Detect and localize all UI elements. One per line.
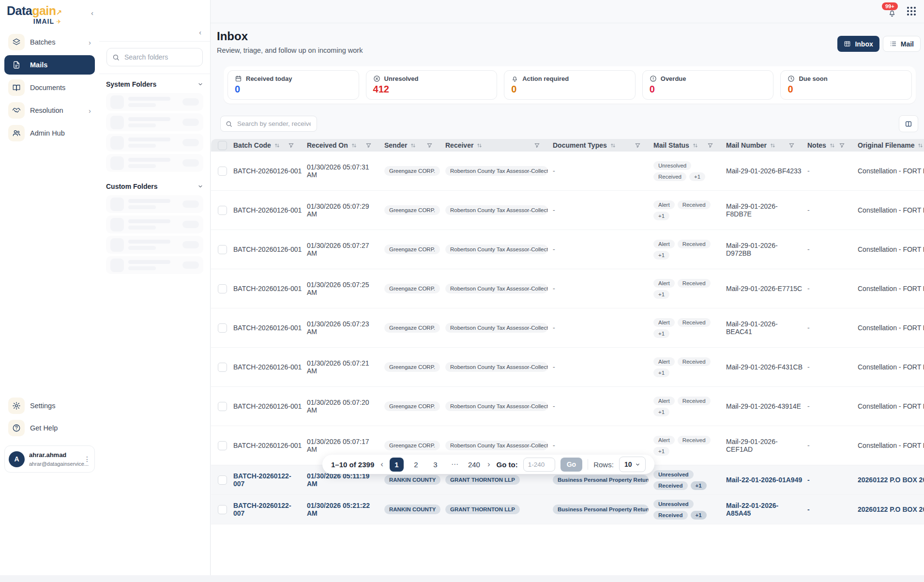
- select-all-checkbox[interactable]: [218, 141, 227, 150]
- row-checkbox[interactable]: [218, 505, 227, 514]
- user-card[interactable]: A ahrar.ahmad ahrar@datagainservice... ⋮: [4, 445, 95, 473]
- receiver-tag: Robertson County Tax Assessor-Collector: [445, 284, 548, 293]
- mail-status-cell: AlertReceived+1: [653, 357, 726, 377]
- column-header-batch-code[interactable]: Batch Code: [233, 141, 307, 149]
- view-toggle: Inbox Mail: [837, 36, 921, 52]
- row-checkbox[interactable]: [218, 245, 227, 254]
- page-title: Inbox: [217, 30, 363, 43]
- chevron-right-icon[interactable]: ›: [486, 459, 491, 469]
- chevron-left-icon[interactable]: ‹: [379, 459, 384, 469]
- status-pill: +1: [653, 251, 669, 260]
- row-checkbox[interactable]: [218, 323, 227, 333]
- rows-value: 10: [624, 460, 632, 468]
- page-button-2[interactable]: 2: [409, 458, 423, 472]
- column-header-received-on[interactable]: Received On: [307, 141, 384, 149]
- sidebar-item-mails[interactable]: Mails: [4, 55, 95, 75]
- received-on-cell: 01/30/2026 05:07:17 AM: [307, 438, 384, 453]
- sidebar-item-resolution[interactable]: Resolution ›: [4, 101, 95, 120]
- column-header-notes[interactable]: Notes: [807, 141, 858, 149]
- stat-label: Due soon: [799, 75, 827, 82]
- received-on-cell: 01/30/2026 05:07:25 AM: [307, 281, 384, 296]
- column-header-original-filename[interactable]: Original Filename: [858, 141, 924, 149]
- table-row[interactable]: BATCH-20260126-00101/30/2026 05:07:23 AM…: [211, 308, 924, 348]
- table-row[interactable]: BATCH-20260126-00101/30/2026 05:07:25 AM…: [211, 269, 924, 308]
- table-search[interactable]: [220, 116, 317, 132]
- original-filename-cell: Constellation - FORT BEND: [858, 245, 924, 253]
- column-header-mail-number[interactable]: Mail Number: [726, 141, 807, 149]
- notes-cell: -: [807, 442, 810, 449]
- sidebar-item-get-help[interactable]: Get Help: [4, 418, 95, 438]
- sidebar-collapse-icon[interactable]: ‹: [91, 9, 93, 17]
- goto-page-input[interactable]: [523, 458, 555, 472]
- row-checkbox[interactable]: [218, 284, 227, 293]
- receiver-cell: Robertson County Tax Assessor-Collector: [445, 362, 553, 372]
- column-label: Batch Code: [233, 141, 271, 149]
- column-label: Received On: [307, 141, 348, 149]
- table-row[interactable]: BATCH-20260126-00101/30/2026 05:07:20 AM…: [211, 387, 924, 426]
- folder-search[interactable]: [106, 48, 203, 66]
- table-row[interactable]: BATCH-20260126-00101/30/2026 05:07:31 AM…: [211, 152, 924, 191]
- table-search-input[interactable]: [236, 120, 312, 128]
- sidebar-item-batches[interactable]: Batches ›: [4, 32, 95, 52]
- book-icon: [8, 79, 25, 96]
- sidebar-item-documents[interactable]: Documents: [4, 78, 95, 97]
- page-button-240[interactable]: 240: [467, 458, 481, 472]
- table-row[interactable]: BATCH-20260126-00101/30/2026 05:07:21 AM…: [211, 348, 924, 387]
- status-pill: Alert: [653, 318, 675, 327]
- original-filename-cell: Constellation - FORT BEND: [858, 206, 924, 214]
- column-header-mail-status[interactable]: Mail Status: [653, 141, 726, 149]
- stat-value: 412: [373, 84, 490, 95]
- sidebar-item-label: Settings: [30, 402, 55, 410]
- folder-search-input[interactable]: [123, 53, 197, 61]
- column-settings-button[interactable]: [899, 115, 918, 132]
- notes-cell: -: [807, 402, 810, 410]
- table-row[interactable]: BATCH-20260126-00101/30/2026 05:07:27 AM…: [211, 230, 924, 269]
- sidebar-item-settings[interactable]: Settings: [4, 396, 95, 415]
- stat-label: Received today: [246, 75, 292, 82]
- pagination-range: 1–10 of 2399: [331, 460, 374, 469]
- user-name: ahrar.ahmad: [29, 451, 66, 459]
- go-button[interactable]: Go: [560, 458, 582, 472]
- column-header-sender[interactable]: Sender: [384, 141, 445, 149]
- folders-collapse-icon[interactable]: ‹: [199, 29, 201, 36]
- skeleton-folder-item: [106, 93, 203, 111]
- column-header-document-types[interactable]: Document Types: [553, 141, 653, 149]
- row-checkbox[interactable]: [218, 441, 227, 450]
- chevron-down-icon[interactable]: [197, 184, 203, 189]
- mail-status-cell: AlertReceived+1: [653, 318, 726, 338]
- page-button-1[interactable]: 1: [390, 458, 404, 472]
- table-row[interactable]: BATCH-20260126-00101/30/2026 05:07:29 AM…: [211, 191, 924, 230]
- mail-number-cell: Mail-29-01-2026-D972BB: [726, 242, 807, 257]
- notifications[interactable]: 99+: [888, 9, 896, 17]
- page-button-3[interactable]: 3: [428, 458, 442, 472]
- row-checkbox[interactable]: [218, 206, 227, 215]
- row-checkbox[interactable]: [218, 167, 227, 176]
- mail-number-cell: Mail-29-01-2026-F8DB7E: [726, 202, 807, 218]
- row-checkbox[interactable]: [218, 363, 227, 372]
- kebab-menu-icon[interactable]: ⋮: [84, 455, 91, 463]
- column-label: Mail Number: [726, 141, 767, 149]
- document-types-cell: -: [553, 245, 653, 253]
- sidebar-item-admin-hub[interactable]: Admin Hub: [4, 123, 95, 143]
- list-view-icon: [890, 40, 897, 47]
- status-pill: Received: [653, 481, 688, 490]
- sender-cell: Greengaze CORP.: [384, 205, 445, 215]
- pages-ellipsis: ⋯: [448, 458, 462, 472]
- row-checkbox[interactable]: [218, 402, 227, 411]
- status-pill: +1: [691, 511, 707, 520]
- chevron-down-icon[interactable]: [197, 81, 203, 87]
- rows-per-page-select[interactable]: 10: [619, 457, 646, 472]
- original-filename-cell: Constellation - FORT BEND: [858, 285, 924, 292]
- stats-cards: Received today 0 Unresolved 412 Action r…: [224, 66, 916, 104]
- document-types-cell: -: [553, 442, 653, 449]
- row-checkbox[interactable]: [218, 475, 227, 485]
- apps-grid-icon[interactable]: [907, 7, 916, 16]
- original-filename-cell: 20260122 P.O BOX 205/003: [858, 476, 924, 484]
- original-filename-cell: Constellation - FORT BEND: [858, 442, 924, 449]
- receiver-tag: GRANT THORNTON LLP: [445, 475, 520, 485]
- column-header-receiver[interactable]: Receiver: [445, 141, 553, 149]
- table-row[interactable]: BATCH-20260122-00701/30/2026 05:21:22 AM…: [211, 495, 924, 524]
- inbox-view-button[interactable]: Inbox: [837, 36, 879, 52]
- mail-view-button[interactable]: Mail: [883, 36, 921, 52]
- status-pill: +1: [691, 481, 707, 490]
